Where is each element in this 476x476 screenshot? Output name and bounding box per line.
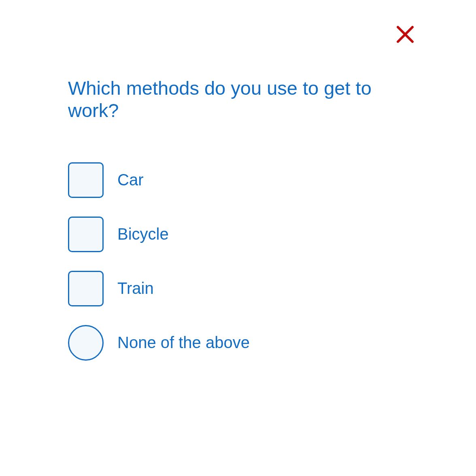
radio-none[interactable] [68,325,104,361]
option-label: Car [117,171,143,189]
close-icon [395,25,415,46]
option-bicycle[interactable]: Bicycle [68,217,376,252]
survey-content: Which methods do you use to get to work?… [68,77,376,361]
option-label: Train [117,279,154,298]
option-train[interactable]: Train [68,271,376,306]
checkbox-train[interactable] [68,271,104,306]
checkbox-bicycle[interactable] [68,217,104,252]
option-label: Bicycle [117,225,169,243]
options-list: Car Bicycle Train None of the above [68,162,376,361]
option-car[interactable]: Car [68,162,376,198]
checkbox-car[interactable] [68,162,104,198]
option-none[interactable]: None of the above [68,325,376,361]
option-label: None of the above [117,334,250,352]
question-text: Which methods do you use to get to work? [68,77,376,122]
close-button[interactable] [395,25,415,45]
